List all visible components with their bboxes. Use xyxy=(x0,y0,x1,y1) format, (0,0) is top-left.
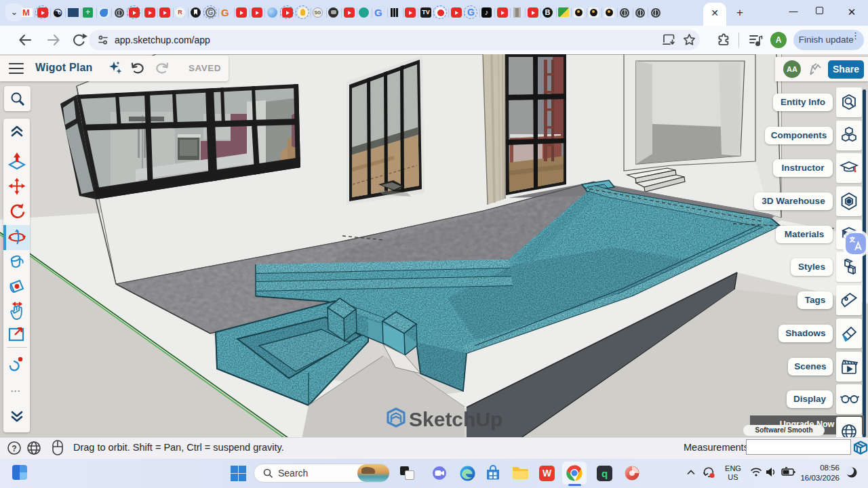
svg-text:?: ? xyxy=(12,444,16,453)
